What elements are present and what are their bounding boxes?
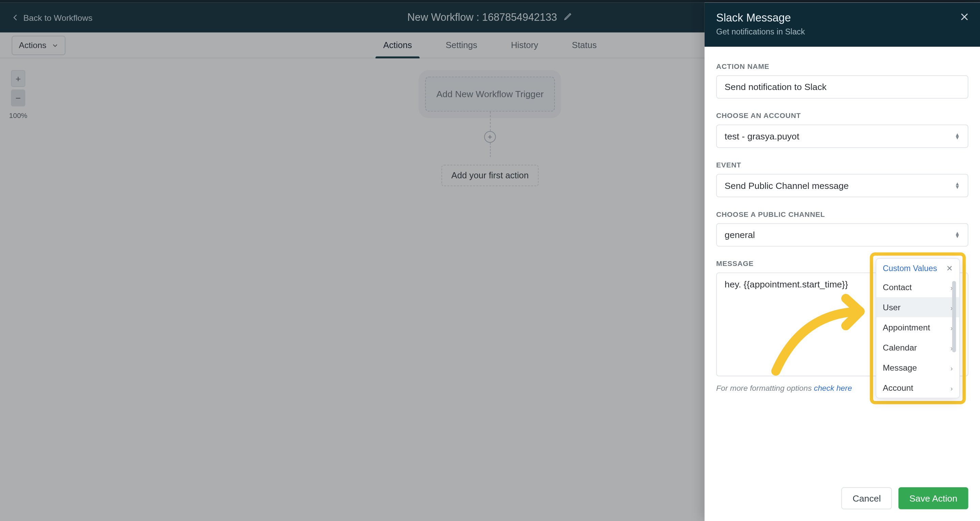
popover-item-label: Appointment: [883, 323, 930, 333]
custom-values-popover: Custom Values ✕ Contact›User›Appointment…: [876, 258, 960, 398]
popover-item-message[interactable]: Message›: [877, 357, 959, 378]
scrollbar-thumb[interactable]: [952, 281, 956, 352]
chevron-right-icon: ›: [950, 364, 953, 372]
custom-values-highlight: Custom Values ✕ Contact›User›Appointment…: [870, 252, 966, 404]
popover-item-label: Message: [883, 363, 917, 373]
event-value: Send Public Channel message: [725, 180, 849, 191]
account-select[interactable]: test - grasya.puyot ▲▼: [716, 124, 969, 148]
panel-subtitle: Get notifications in Slack: [716, 27, 969, 37]
popover-item-label: Contact: [883, 282, 912, 292]
panel-footer: Cancel Save Action: [705, 478, 980, 521]
panel-title: Slack Message: [716, 11, 969, 25]
close-icon: [959, 11, 969, 22]
panel-body: ACTION NAME CHOOSE AN ACCOUNT test - gra…: [705, 47, 980, 478]
popover-item-label: Account: [883, 383, 913, 393]
select-arrows-icon: ▲▼: [955, 133, 960, 139]
channel-select[interactable]: general ▲▼: [716, 223, 969, 247]
action-name-label: ACTION NAME: [716, 62, 969, 70]
action-name-input[interactable]: [716, 75, 969, 99]
panel-close-button[interactable]: [959, 11, 969, 24]
popover-item-label: User: [883, 303, 900, 312]
popover-item-contact[interactable]: Contact›: [877, 277, 959, 297]
select-arrows-icon: ▲▼: [955, 231, 960, 238]
select-arrows-icon: ▲▼: [955, 182, 960, 189]
save-action-button[interactable]: Save Action: [899, 487, 969, 510]
channel-label: CHOOSE A PUBLIC CHANNEL: [716, 210, 969, 218]
chevron-right-icon: ›: [950, 384, 953, 392]
popover-item-calendar[interactable]: Calendar›: [877, 337, 959, 357]
popover-title: Custom Values: [883, 264, 937, 273]
popover-close-button[interactable]: ✕: [946, 264, 953, 273]
account-label: CHOOSE AN ACCOUNT: [716, 112, 969, 119]
popover-item-user[interactable]: User›: [877, 297, 959, 317]
panel-header: Slack Message Get notifications in Slack: [705, 3, 980, 47]
popover-item-appointment[interactable]: Appointment›: [877, 317, 959, 338]
cancel-button[interactable]: Cancel: [842, 487, 892, 510]
event-select[interactable]: Send Public Channel message ▲▼: [716, 174, 969, 198]
hint-text: For more formatting options: [716, 384, 814, 393]
formatting-link[interactable]: check here: [814, 384, 852, 393]
popover-list[interactable]: Contact›User›Appointment›Calendar›Messag…: [877, 277, 959, 398]
popover-item-label: Calendar: [883, 343, 917, 352]
popover-item-account[interactable]: Account›: [877, 378, 959, 398]
event-label: EVENT: [716, 161, 969, 169]
account-value: test - grasya.puyot: [725, 131, 799, 141]
action-config-panel: Slack Message Get notifications in Slack…: [705, 3, 980, 521]
channel-value: general: [725, 230, 755, 240]
